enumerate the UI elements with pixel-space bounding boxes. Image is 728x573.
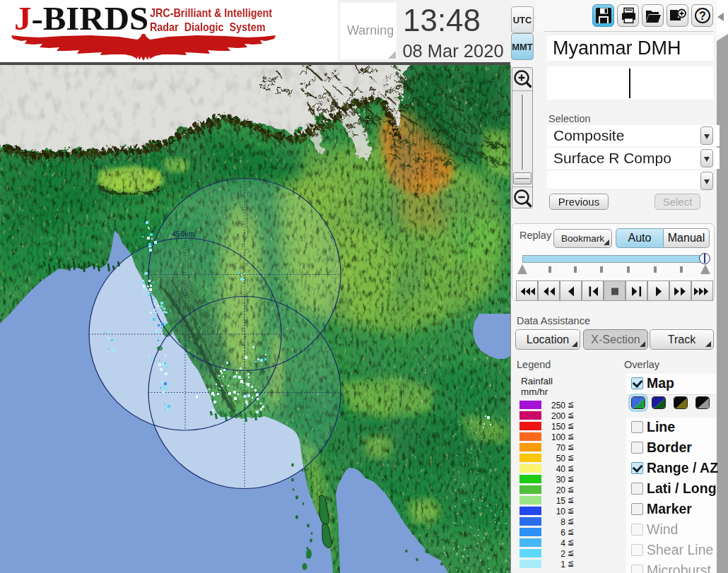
svg-text:450km: 450km — [172, 230, 195, 238]
svg-text:?: ? — [699, 10, 706, 22]
